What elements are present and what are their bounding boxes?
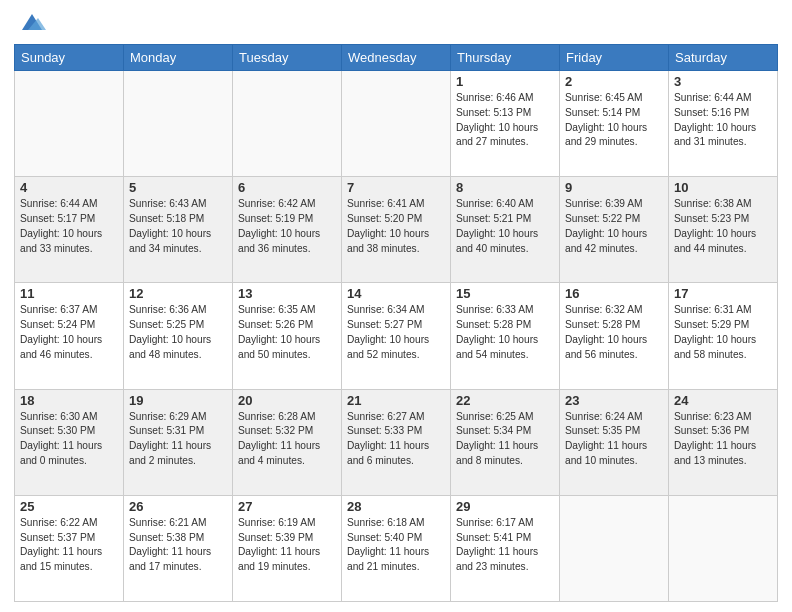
day-number: 25 [20, 499, 118, 514]
calendar-cell: 24Sunrise: 6:23 AM Sunset: 5:36 PM Dayli… [669, 389, 778, 495]
calendar-cell [15, 71, 124, 177]
day-number: 16 [565, 286, 663, 301]
day-info: Sunrise: 6:18 AM Sunset: 5:40 PM Dayligh… [347, 516, 445, 575]
calendar-cell: 22Sunrise: 6:25 AM Sunset: 5:34 PM Dayli… [451, 389, 560, 495]
calendar-cell: 4Sunrise: 6:44 AM Sunset: 5:17 PM Daylig… [15, 177, 124, 283]
calendar-cell: 20Sunrise: 6:28 AM Sunset: 5:32 PM Dayli… [233, 389, 342, 495]
calendar-cell: 11Sunrise: 6:37 AM Sunset: 5:24 PM Dayli… [15, 283, 124, 389]
calendar-cell: 10Sunrise: 6:38 AM Sunset: 5:23 PM Dayli… [669, 177, 778, 283]
day-info: Sunrise: 6:31 AM Sunset: 5:29 PM Dayligh… [674, 303, 772, 362]
day-number: 15 [456, 286, 554, 301]
page-header [14, 10, 778, 38]
calendar-week-row: 1Sunrise: 6:46 AM Sunset: 5:13 PM Daylig… [15, 71, 778, 177]
calendar-table: SundayMondayTuesdayWednesdayThursdayFrid… [14, 44, 778, 602]
calendar-cell: 17Sunrise: 6:31 AM Sunset: 5:29 PM Dayli… [669, 283, 778, 389]
calendar-cell: 14Sunrise: 6:34 AM Sunset: 5:27 PM Dayli… [342, 283, 451, 389]
calendar-cell: 2Sunrise: 6:45 AM Sunset: 5:14 PM Daylig… [560, 71, 669, 177]
day-number: 9 [565, 180, 663, 195]
day-number: 12 [129, 286, 227, 301]
day-info: Sunrise: 6:24 AM Sunset: 5:35 PM Dayligh… [565, 410, 663, 469]
day-number: 2 [565, 74, 663, 89]
day-info: Sunrise: 6:36 AM Sunset: 5:25 PM Dayligh… [129, 303, 227, 362]
calendar-cell [233, 71, 342, 177]
calendar-cell: 25Sunrise: 6:22 AM Sunset: 5:37 PM Dayli… [15, 495, 124, 601]
day-number: 8 [456, 180, 554, 195]
day-info: Sunrise: 6:34 AM Sunset: 5:27 PM Dayligh… [347, 303, 445, 362]
day-number: 6 [238, 180, 336, 195]
day-info: Sunrise: 6:42 AM Sunset: 5:19 PM Dayligh… [238, 197, 336, 256]
calendar-header-tuesday: Tuesday [233, 45, 342, 71]
calendar-cell: 27Sunrise: 6:19 AM Sunset: 5:39 PM Dayli… [233, 495, 342, 601]
day-info: Sunrise: 6:32 AM Sunset: 5:28 PM Dayligh… [565, 303, 663, 362]
day-number: 11 [20, 286, 118, 301]
calendar-week-row: 4Sunrise: 6:44 AM Sunset: 5:17 PM Daylig… [15, 177, 778, 283]
day-info: Sunrise: 6:25 AM Sunset: 5:34 PM Dayligh… [456, 410, 554, 469]
day-number: 20 [238, 393, 336, 408]
calendar-header-wednesday: Wednesday [342, 45, 451, 71]
day-info: Sunrise: 6:40 AM Sunset: 5:21 PM Dayligh… [456, 197, 554, 256]
day-number: 23 [565, 393, 663, 408]
calendar-cell: 21Sunrise: 6:27 AM Sunset: 5:33 PM Dayli… [342, 389, 451, 495]
calendar-cell: 28Sunrise: 6:18 AM Sunset: 5:40 PM Dayli… [342, 495, 451, 601]
calendar-cell: 29Sunrise: 6:17 AM Sunset: 5:41 PM Dayli… [451, 495, 560, 601]
day-info: Sunrise: 6:19 AM Sunset: 5:39 PM Dayligh… [238, 516, 336, 575]
day-info: Sunrise: 6:41 AM Sunset: 5:20 PM Dayligh… [347, 197, 445, 256]
calendar-week-row: 18Sunrise: 6:30 AM Sunset: 5:30 PM Dayli… [15, 389, 778, 495]
day-number: 21 [347, 393, 445, 408]
day-number: 27 [238, 499, 336, 514]
calendar-cell: 1Sunrise: 6:46 AM Sunset: 5:13 PM Daylig… [451, 71, 560, 177]
calendar-cell [560, 495, 669, 601]
calendar-cell: 23Sunrise: 6:24 AM Sunset: 5:35 PM Dayli… [560, 389, 669, 495]
logo [14, 10, 46, 38]
logo-icon [18, 10, 46, 38]
calendar-header-thursday: Thursday [451, 45, 560, 71]
day-info: Sunrise: 6:29 AM Sunset: 5:31 PM Dayligh… [129, 410, 227, 469]
calendar-header-saturday: Saturday [669, 45, 778, 71]
calendar-cell: 8Sunrise: 6:40 AM Sunset: 5:21 PM Daylig… [451, 177, 560, 283]
day-number: 22 [456, 393, 554, 408]
calendar-cell: 26Sunrise: 6:21 AM Sunset: 5:38 PM Dayli… [124, 495, 233, 601]
calendar-cell: 7Sunrise: 6:41 AM Sunset: 5:20 PM Daylig… [342, 177, 451, 283]
day-info: Sunrise: 6:37 AM Sunset: 5:24 PM Dayligh… [20, 303, 118, 362]
day-info: Sunrise: 6:44 AM Sunset: 5:16 PM Dayligh… [674, 91, 772, 150]
day-number: 19 [129, 393, 227, 408]
calendar-cell: 15Sunrise: 6:33 AM Sunset: 5:28 PM Dayli… [451, 283, 560, 389]
day-info: Sunrise: 6:23 AM Sunset: 5:36 PM Dayligh… [674, 410, 772, 469]
day-info: Sunrise: 6:44 AM Sunset: 5:17 PM Dayligh… [20, 197, 118, 256]
day-info: Sunrise: 6:39 AM Sunset: 5:22 PM Dayligh… [565, 197, 663, 256]
calendar-cell [124, 71, 233, 177]
day-number: 24 [674, 393, 772, 408]
day-info: Sunrise: 6:33 AM Sunset: 5:28 PM Dayligh… [456, 303, 554, 362]
calendar-cell: 18Sunrise: 6:30 AM Sunset: 5:30 PM Dayli… [15, 389, 124, 495]
calendar-header-friday: Friday [560, 45, 669, 71]
day-info: Sunrise: 6:28 AM Sunset: 5:32 PM Dayligh… [238, 410, 336, 469]
day-number: 10 [674, 180, 772, 195]
day-info: Sunrise: 6:35 AM Sunset: 5:26 PM Dayligh… [238, 303, 336, 362]
calendar-cell: 3Sunrise: 6:44 AM Sunset: 5:16 PM Daylig… [669, 71, 778, 177]
calendar-cell: 19Sunrise: 6:29 AM Sunset: 5:31 PM Dayli… [124, 389, 233, 495]
day-info: Sunrise: 6:27 AM Sunset: 5:33 PM Dayligh… [347, 410, 445, 469]
day-info: Sunrise: 6:30 AM Sunset: 5:30 PM Dayligh… [20, 410, 118, 469]
day-number: 7 [347, 180, 445, 195]
day-number: 3 [674, 74, 772, 89]
calendar-week-row: 25Sunrise: 6:22 AM Sunset: 5:37 PM Dayli… [15, 495, 778, 601]
calendar-week-row: 11Sunrise: 6:37 AM Sunset: 5:24 PM Dayli… [15, 283, 778, 389]
day-number: 28 [347, 499, 445, 514]
day-number: 29 [456, 499, 554, 514]
day-number: 26 [129, 499, 227, 514]
calendar-cell: 13Sunrise: 6:35 AM Sunset: 5:26 PM Dayli… [233, 283, 342, 389]
day-info: Sunrise: 6:21 AM Sunset: 5:38 PM Dayligh… [129, 516, 227, 575]
day-info: Sunrise: 6:46 AM Sunset: 5:13 PM Dayligh… [456, 91, 554, 150]
calendar-header-monday: Monday [124, 45, 233, 71]
calendar-cell: 16Sunrise: 6:32 AM Sunset: 5:28 PM Dayli… [560, 283, 669, 389]
day-info: Sunrise: 6:22 AM Sunset: 5:37 PM Dayligh… [20, 516, 118, 575]
day-info: Sunrise: 6:17 AM Sunset: 5:41 PM Dayligh… [456, 516, 554, 575]
day-info: Sunrise: 6:45 AM Sunset: 5:14 PM Dayligh… [565, 91, 663, 150]
calendar-cell: 6Sunrise: 6:42 AM Sunset: 5:19 PM Daylig… [233, 177, 342, 283]
day-number: 18 [20, 393, 118, 408]
calendar-cell: 5Sunrise: 6:43 AM Sunset: 5:18 PM Daylig… [124, 177, 233, 283]
calendar-header-sunday: Sunday [15, 45, 124, 71]
calendar-cell: 12Sunrise: 6:36 AM Sunset: 5:25 PM Dayli… [124, 283, 233, 389]
day-number: 14 [347, 286, 445, 301]
day-number: 4 [20, 180, 118, 195]
